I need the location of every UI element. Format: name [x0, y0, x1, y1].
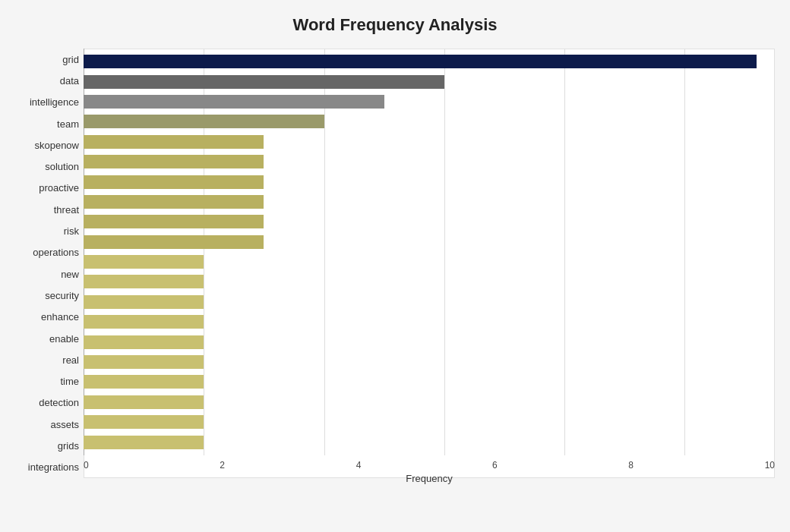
bar-row-enhance: [84, 294, 775, 310]
y-label-detection: detection: [39, 398, 79, 408]
bar-intelligence: [84, 95, 384, 109]
bar-row-team: [84, 113, 775, 130]
chart-title: Word Frequency Analysis: [15, 15, 775, 35]
bar-row-proactive: [84, 174, 775, 190]
bar-row-integrations: [84, 434, 775, 451]
bar-enhance: [84, 295, 204, 309]
x-tick-8: 8: [628, 460, 634, 471]
bar-real: [84, 335, 204, 349]
bar-row-assets: [84, 394, 775, 411]
bar-threat: [84, 195, 264, 209]
bar-operations: [84, 235, 264, 249]
bar-row-skopenow: [84, 134, 775, 150]
y-label-skopenow: skopenow: [34, 140, 79, 150]
bar-row-intelligence: [84, 93, 775, 110]
bar-row-data: [84, 74, 775, 90]
y-label-integrations: integrations: [28, 462, 79, 472]
x-axis-label: Frequency: [84, 473, 775, 484]
y-label-assets: assets: [50, 420, 79, 430]
y-label-new: new: [61, 269, 79, 279]
bar-row-grids: [84, 414, 775, 430]
x-tick-2: 2: [220, 460, 225, 471]
bar-row-operations: [84, 234, 775, 250]
bar-row-solution: [84, 153, 775, 170]
x-tick-6: 6: [492, 460, 498, 471]
y-label-data: data: [60, 76, 79, 86]
y-label-grid: grid: [62, 55, 79, 65]
bar-security: [84, 275, 204, 288]
y-axis-labels: griddataintelligenceteamskopenowsolution…: [15, 49, 84, 478]
bar-row-detection: [84, 373, 775, 390]
y-label-enable: enable: [49, 334, 79, 344]
bar-row-real: [84, 334, 775, 351]
x-tick-0: 0: [84, 460, 89, 471]
y-label-security: security: [45, 291, 79, 301]
bar-grid: [84, 55, 757, 68]
x-tick-10: 10: [765, 460, 775, 471]
bar-row-grid: [84, 53, 775, 70]
y-label-real: real: [62, 355, 79, 365]
y-label-grids: grids: [58, 441, 79, 451]
bar-data: [84, 75, 444, 89]
bar-assets: [84, 395, 204, 409]
bar-row-time: [84, 354, 775, 370]
bar-grids: [84, 415, 204, 429]
bar-row-enable: [84, 313, 775, 330]
y-label-threat: threat: [54, 205, 79, 215]
bar-time: [84, 355, 204, 369]
bar-row-new: [84, 253, 775, 270]
bar-proactive: [84, 175, 264, 189]
bar-detection: [84, 375, 204, 389]
chart-container: Word Frequency Analysis griddataintellig…: [0, 0, 790, 532]
bar-enable: [84, 315, 204, 329]
x-tick-4: 4: [356, 460, 362, 471]
bar-integrations: [84, 436, 204, 449]
y-label-operations: operations: [33, 247, 79, 257]
y-label-enhance: enhance: [41, 312, 79, 322]
bar-team: [84, 115, 324, 128]
bar-row-risk: [84, 213, 775, 230]
bar-row-threat: [84, 194, 775, 210]
bar-row-security: [84, 273, 775, 290]
y-label-risk: risk: [64, 226, 79, 236]
y-label-intelligence: intelligence: [30, 97, 79, 107]
bar-new: [84, 255, 204, 269]
y-label-solution: solution: [45, 162, 79, 172]
y-label-proactive: proactive: [39, 183, 79, 193]
y-label-team: team: [57, 119, 79, 129]
y-label-time: time: [60, 376, 79, 386]
bar-risk: [84, 215, 264, 228]
bar-skopenow: [84, 135, 264, 149]
bar-solution: [84, 155, 264, 168]
